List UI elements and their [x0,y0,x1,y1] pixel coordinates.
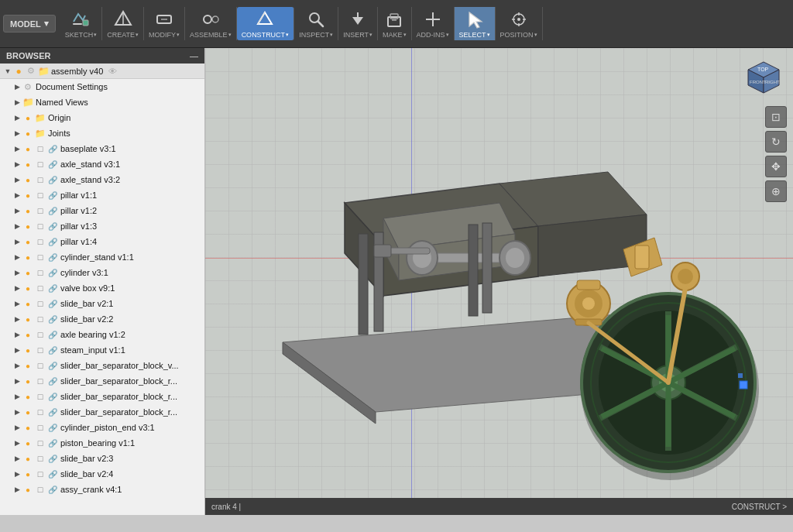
addins-tool[interactable]: ADD-INS ▾ [412,7,455,40]
svg-text:TOP: TOP [757,67,769,72]
slider-sep2-link: 🔗 [46,377,59,386]
status-bar: crank 4 | CONSTRUCT > [205,498,793,515]
svg-point-7 [212,16,218,22]
named-views-label: Named Views [36,98,88,107]
construct-tool[interactable]: CONSTRUCT ▾ [237,7,295,40]
browser-collapse-button[interactable]: — [190,51,198,60]
tree-item-cylinder[interactable]: ▶ ● □ 🔗 cylinder v3:1 [0,265,204,280]
zoom-fit-button[interactable]: ⊡ [765,106,787,128]
axle-stand2-label: axle_stand v3:2 [60,175,120,184]
model-label: MODEL [10,19,41,29]
tree-item-joints[interactable]: ▶ ● 📁 Joints [0,125,204,141]
svg-rect-72 [374,245,391,257]
tree-item-assembly[interactable]: ▼ ● ⚙ 📁 assembly v40 👁 [0,63,204,79]
tree-item-slide-bar4[interactable]: ▶ ● □ 🔗 slide_bar v2:4 [0,466,204,482]
tree-item-pillar2[interactable]: ▶ ● □ 🔗 pillar v1:2 [0,203,204,218]
navigation-controls: ⊡ ↻ ✥ ⊕ [765,106,787,202]
tree-item-assy-crank[interactable]: ▶ ● □ 🔗 assy_crank v4:1 [0,482,204,497]
sketch-tool[interactable]: SKETCH ▾ [60,7,103,40]
insert-icon [347,9,369,30]
slide-bar1-label: slide_bar v2:1 [60,299,114,308]
tree-item-valve-box[interactable]: ▶ ● □ 🔗 valve box v9:1 [0,280,204,296]
slider-sep3-label: slider_bar_separator_block_r... [60,392,177,401]
assembly-eye-icon: 👁 [106,67,118,76]
svg-rect-0 [73,23,82,25]
baseplate-box: □ [34,144,46,153]
svg-rect-74 [738,373,743,378]
make-tool[interactable]: MAKE ▾ [378,7,412,40]
tree-item-pillar3[interactable]: ▶ ● □ 🔗 pillar v1:3 [0,218,204,234]
valve-box-arrow: ▶ [12,284,22,292]
axle-stand1-eye: ● [22,160,34,169]
pillar1-eye: ● [22,191,34,200]
sketch-label: SKETCH ▾ [65,31,98,39]
position-label: POSITION ▾ [500,31,537,39]
viewport[interactable]: TOP FRONT RIGHT ⊡ ↻ ✥ ⊕ crank 4 | CONSTR… [205,48,793,515]
construct-label: CONSTRUCT ▾ [242,31,290,39]
create-tool[interactable]: CREATE ▾ [102,7,144,40]
origin-arrow: ▶ [12,114,22,122]
slide-bar3-box: □ [34,454,46,463]
model-mode-button[interactable]: MODEL ▾ [3,15,56,33]
steam-input-eye: ● [22,346,34,355]
steam-input-label: steam_input v1:1 [60,345,125,355]
browser-tree: ▼ ● ⚙ 📁 assembly v40 👁 ▶ ⚙ Document Sett… [0,63,204,515]
piston-bear-label: piston_bearing v1:1 [60,438,135,448]
tree-item-cyl-stand[interactable]: ▶ ● □ 🔗 cylinder_stand v1:1 [0,249,204,265]
inspect-tool[interactable]: INSPECT ▾ [294,7,338,40]
tree-item-slider-sep3[interactable]: ▶ ● □ 🔗 slider_bar_separator_block_r... [0,389,204,404]
tree-item-slider-sep1[interactable]: ▶ ● □ 🔗 slider_bar_separator_block_v... [0,358,204,373]
modify-tool[interactable]: MODIFY ▾ [144,7,185,40]
axle-stand2-link: 🔗 [46,176,59,184]
tree-item-baseplate[interactable]: ▶ ● □ 🔗 baseplate v3:1 [0,141,204,156]
slider-sep2-eye: ● [22,377,34,386]
tree-item-steam-input[interactable]: ▶ ● □ 🔗 steam_input v1:1 [0,342,204,358]
position-tool[interactable]: POSITION ▾ [496,7,543,40]
pan-button[interactable]: ✥ [765,156,787,177]
pillar3-label: pillar v1:3 [60,221,97,231]
tree-item-piston-bear[interactable]: ▶ ● □ 🔗 piston_bearing v1:1 [0,435,204,451]
tree-item-axle-bearing[interactable]: ▶ ● □ 🔗 axle bearing v1:2 [0,327,204,342]
tree-item-slide-bar3[interactable]: ▶ ● □ 🔗 slide_bar v2:3 [0,451,204,466]
orbit-button[interactable]: ↻ [765,131,787,153]
tree-item-origin[interactable]: ▶ ● 📁 Origin [0,110,204,125]
tree-item-named-views[interactable]: ▶ 📁 Named Views [0,94,204,110]
joints-label: Joints [48,129,70,138]
cylinder-arrow: ▶ [12,269,22,276]
tree-item-slide-bar2[interactable]: ▶ ● □ 🔗 slide_bar v2:2 [0,311,204,327]
tree-item-slider-sep2[interactable]: ▶ ● □ 🔗 slider_bar_separator_block_r... [0,373,204,389]
tree-item-slide-bar1[interactable]: ▶ ● □ 🔗 slide_bar v2:1 [0,296,204,311]
view-cube[interactable]: TOP FRONT RIGHT [740,54,787,101]
status-construct-hint: CONSTRUCT > [732,503,787,511]
tree-item-axle-stand2[interactable]: ▶ ● □ 🔗 axle_stand v3:2 [0,172,204,187]
tree-item-cyl-piston[interactable]: ▶ ● □ 🔗 cylinder_piston_end v3:1 [0,420,204,435]
tree-item-doc-settings[interactable]: ▶ ⚙ Document Settings [0,79,204,94]
tree-item-axle-stand1[interactable]: ▶ ● □ 🔗 axle_stand v3:1 [0,156,204,172]
pillar3-eye: ● [22,222,34,231]
slide-bar2-eye: ● [22,315,34,324]
tree-item-slider-sep4[interactable]: ▶ ● □ 🔗 slider_bar_separator_block_r... [0,404,204,420]
piston-bear-arrow: ▶ [12,439,22,447]
pillar3-box: □ [34,221,46,231]
svg-point-6 [204,15,211,23]
cyl-stand-label: cylinder_stand v1:1 [60,252,134,262]
slider-sep4-box: □ [34,407,46,417]
tree-item-pillar1[interactable]: ▶ ● □ 🔗 pillar v1:1 [0,187,204,203]
insert-tool[interactable]: INSERT ▾ [338,7,378,40]
zoom-button[interactable]: ⊕ [765,180,787,202]
steam-input-arrow: ▶ [12,346,22,354]
browser-panel: BROWSER — ▼ ● ⚙ 📁 assembly v40 👁 ▶ ⚙ Doc… [0,48,205,515]
svg-rect-67 [359,234,368,335]
select-icon [464,9,486,30]
addins-icon [422,9,444,30]
pillar1-box: □ [34,190,46,200]
select-tool[interactable]: SELECT ▾ [455,7,496,40]
slider-sep2-arrow: ▶ [12,377,22,385]
baseplate-arrow: ▶ [12,145,22,153]
assemble-tool[interactable]: ASSEMBLE ▾ [185,7,237,40]
insert-label: INSERT ▾ [343,31,372,39]
tree-item-pillar4[interactable]: ▶ ● □ 🔗 pillar v1:4 [0,234,204,249]
slide-bar4-label: slide_bar v2:4 [60,469,114,479]
cyl-stand-arrow: ▶ [12,253,22,261]
slide-bar1-arrow: ▶ [12,300,22,307]
